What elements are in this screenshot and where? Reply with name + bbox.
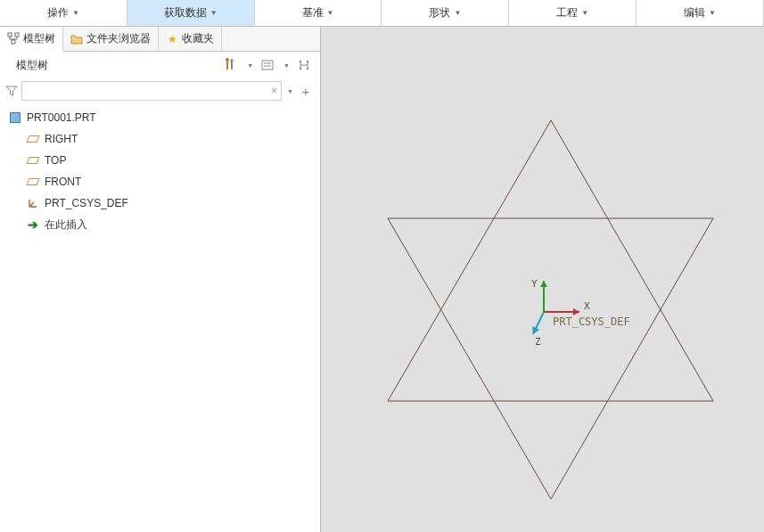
plane-icon [27, 133, 39, 145]
filter-input-wrap: × [21, 81, 282, 101]
ribbon-tab-shape[interactable]: 形状 ▼ [382, 0, 509, 26]
show-settings-icon[interactable] [259, 56, 276, 74]
ribbon-tab-getdata[interactable]: 获取数据 ▼ [127, 0, 255, 26]
svg-marker-18 [540, 281, 547, 287]
panel-tools: ▼ ▼ [222, 56, 313, 74]
panel-title: 模型树 [7, 58, 222, 73]
tree-options-icon[interactable] [295, 56, 313, 74]
csys-triad: X Y Z PRT_CSYS_DEF [531, 278, 630, 348]
ribbon-tab-label: 操作 [47, 5, 69, 20]
chevron-down-icon[interactable]: ▼ [247, 62, 253, 69]
folder-icon [70, 33, 83, 45]
chevron-down-icon: ▼ [210, 9, 218, 17]
subtab-folder-browser[interactable]: 文件夹浏览器 [63, 27, 159, 51]
ribbon-tab-label: 编辑 [684, 5, 705, 20]
subtab-label: 收藏夹 [182, 31, 214, 46]
subtab-label: 文件夹浏览器 [86, 31, 151, 46]
subtab-favorites[interactable]: ★ 收藏夹 [159, 27, 222, 51]
chevron-down-icon[interactable]: ▼ [287, 88, 293, 94]
filter-icon[interactable] [5, 85, 18, 97]
tree-root[interactable]: PRT0001.PRT [0, 107, 320, 128]
viewport-canvas: X Y Z PRT_CSYS_DEF [321, 27, 764, 532]
svg-rect-6 [262, 61, 273, 70]
subtab-label: 模型树 [23, 31, 55, 46]
svg-rect-1 [15, 33, 19, 37]
tree-item-insert-here[interactable]: ➔ 在此插入 [0, 214, 320, 235]
svg-marker-13 [388, 120, 713, 401]
chevron-down-icon: ▼ [581, 9, 588, 17]
tree-item-right[interactable]: RIGHT [0, 128, 320, 150]
ribbon-tab-label: 形状 [429, 5, 450, 20]
sidebar-tabs: 模型树 文件夹浏览器 ★ 收藏夹 [0, 27, 320, 52]
svg-rect-0 [8, 33, 12, 37]
viewport-3d[interactable]: X Y Z PRT_CSYS_DEF [321, 27, 764, 532]
axis-x-label: X [584, 300, 590, 312]
axis-z-label: Z [535, 336, 541, 348]
axis-y-label: Y [531, 278, 538, 290]
csys-icon [27, 197, 39, 209]
ribbon: 操作 ▼ 获取数据 ▼ 基准 ▼ 形状 ▼ 工程 ▼ 编辑 ▼ [0, 0, 764, 27]
tree-item-csys[interactable]: PRT_CSYS_DEF [0, 192, 320, 214]
tree-icon [7, 32, 20, 45]
ribbon-tab-operate[interactable]: 操作 ▼ [0, 0, 127, 26]
tree-label: PRT_CSYS_DEF [45, 197, 128, 209]
filter-input[interactable] [26, 84, 271, 98]
sketch-geometry [388, 120, 713, 499]
ribbon-tab-label: 基准 [302, 5, 324, 20]
panel-head: 模型树 ▼ ▼ [0, 52, 320, 78]
chevron-down-icon: ▼ [709, 9, 716, 17]
tree-label: 在此插入 [45, 217, 87, 233]
ribbon-tab-edit[interactable]: 编辑 ▼ [637, 0, 764, 26]
ribbon-tab-datum[interactable]: 基准 ▼ [255, 0, 382, 26]
ribbon-tab-label: 工程 [556, 5, 578, 20]
star-icon: ★ [166, 33, 178, 45]
tools-settings-icon[interactable] [222, 56, 240, 74]
svg-rect-2 [12, 40, 15, 44]
chevron-down-icon: ▼ [72, 9, 79, 17]
plane-icon [27, 154, 39, 167]
svg-marker-16 [573, 308, 579, 315]
chevron-down-icon: ▼ [327, 9, 334, 17]
model-tree: PRT0001.PRT RIGHT TOP FRONT PRT_CSYS_DEF [0, 103, 320, 239]
subtab-model-tree[interactable]: 模型树 [0, 27, 63, 52]
filter-row: × ▼ + [0, 78, 320, 103]
svg-point-5 [226, 58, 229, 61]
part-icon [9, 111, 21, 124]
svg-marker-14 [388, 218, 713, 499]
clear-icon[interactable]: × [271, 85, 277, 97]
tree-label: TOP [45, 154, 66, 167]
chevron-down-icon[interactable]: ▼ [283, 62, 290, 69]
sidebar: 模型树 文件夹浏览器 ★ 收藏夹 模型树 ▼ ▼ [0, 27, 321, 532]
insert-arrow-icon: ➔ [27, 218, 39, 231]
tree-label: FRONT [45, 176, 81, 188]
plane-icon [27, 176, 39, 188]
ribbon-tab-label: 获取数据 [164, 5, 207, 20]
tree-label: RIGHT [45, 133, 78, 145]
tree-item-top[interactable]: TOP [0, 150, 320, 171]
add-icon[interactable]: + [297, 82, 315, 100]
main-content: 模型树 文件夹浏览器 ★ 收藏夹 模型树 ▼ ▼ [0, 27, 764, 532]
chevron-down-icon: ▼ [454, 9, 461, 17]
tree-item-front[interactable]: FRONT [0, 171, 320, 192]
csys-label: PRT_CSYS_DEF [553, 315, 630, 328]
tree-label: PRT0001.PRT [27, 111, 96, 124]
ribbon-tab-engineer[interactable]: 工程 ▼ [509, 0, 637, 26]
